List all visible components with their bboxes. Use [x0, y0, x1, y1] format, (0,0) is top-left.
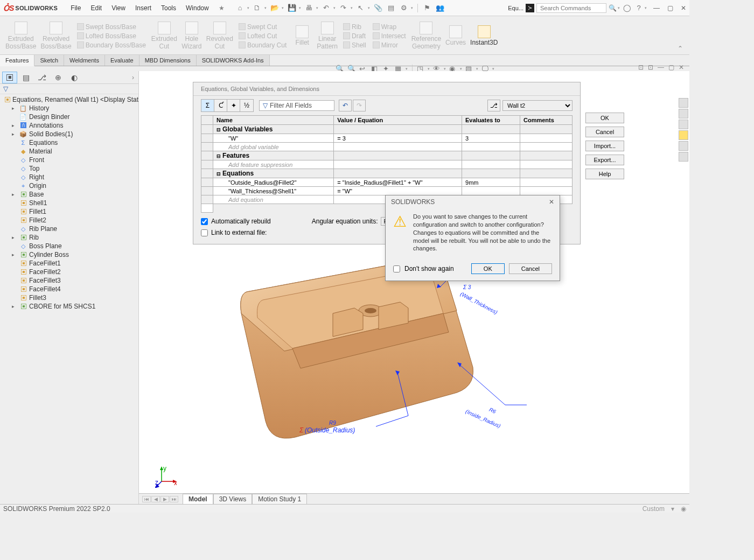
modal-cancel-button[interactable]: Cancel [509, 263, 552, 274]
menu-insert[interactable]: Insert [131, 2, 156, 14]
curves-button[interactable]: Curves [445, 25, 466, 46]
tree-item[interactable]: 🞕Fillet2 [0, 216, 138, 225]
tree-item[interactable]: ⌖Origin [0, 181, 138, 190]
tree-item[interactable]: ◇Right [0, 173, 138, 181]
modal-ok-button[interactable]: OK [471, 263, 505, 274]
fillet-button[interactable]: Fillet [296, 25, 309, 46]
open-icon[interactable]: 📂 [270, 3, 280, 13]
tabs-first-icon[interactable]: ⏮ [142, 496, 151, 502]
tree-item[interactable]: 🞕Shell1 [0, 199, 138, 207]
tree-item[interactable]: 🞕Fillet1 [0, 207, 138, 216]
feat-add-hint[interactable]: Add feature suppression [213, 160, 334, 169]
tree-item[interactable]: ▸🞕Base [0, 190, 138, 199]
rail-custom-icon[interactable] [679, 152, 688, 162]
tree-filter[interactable]: ▽ [0, 84, 138, 94]
draft-button[interactable]: Draft [342, 32, 367, 40]
home-icon[interactable]: ⌂ [235, 3, 245, 13]
tabs-prev-icon[interactable]: ◀ [151, 496, 160, 502]
extruded-boss-button[interactable]: ExtrudedBoss/Base [5, 22, 36, 50]
gv-add-hint[interactable]: Add global variable [213, 143, 334, 151]
select-icon[interactable]: ↖ [356, 3, 366, 13]
gv-val-cell[interactable]: = 3 [334, 134, 462, 143]
minimize-button[interactable]: — [653, 4, 660, 12]
eq-view-3-icon[interactable]: ✦ [227, 100, 240, 111]
rail-home-icon[interactable] [679, 98, 688, 108]
linear-pattern-button[interactable]: LinearPattern [317, 22, 338, 50]
extruded-cut-button[interactable]: ExtrudedCut [151, 22, 177, 50]
eq-row-2-val[interactable]: = "W" [334, 187, 462, 195]
eq-view-2-icon[interactable]: Ƈ [214, 100, 227, 111]
tab-evaluate[interactable]: Evaluate [105, 55, 139, 66]
eq-row-2-name[interactable]: "Wall_Thickness@Shell1" [213, 187, 334, 195]
tree-item[interactable]: ◇Boss Plane [0, 242, 138, 250]
tab-features[interactable]: Features [0, 55, 34, 66]
revolved-cut-button[interactable]: RevolvedCut [206, 22, 233, 50]
tab-sketch[interactable]: Sketch [34, 55, 64, 66]
tab-motion[interactable]: Motion Study 1 [252, 494, 307, 505]
revolved-boss-button[interactable]: RevolvedBoss/Base [40, 22, 71, 50]
rail-props-icon[interactable] [679, 120, 688, 129]
config-select[interactable]: Wall t2 [502, 100, 573, 111]
favorite-icon[interactable]: ★ [219, 4, 225, 12]
status-caret-icon[interactable]: ▾ [671, 505, 674, 513]
new-icon[interactable]: 🗋 [253, 3, 262, 13]
status-custom[interactable]: Custom [643, 505, 665, 513]
tree-item[interactable]: ▸📦Solid Bodies(1) [0, 130, 138, 138]
maximize-button[interactable]: ▢ [667, 4, 673, 12]
dim-tab[interactable]: ⊕ [51, 72, 66, 83]
equations-filter-input[interactable]: ▽Filter All Fields [259, 100, 334, 111]
tree-item[interactable]: 🞕FaceFillet4 [0, 285, 138, 293]
config-icon[interactable]: ⎇ [487, 100, 500, 111]
eq-add-hint[interactable]: Add equation [213, 195, 334, 204]
col-value[interactable]: Value / Equation [334, 116, 462, 125]
eq-undo-icon[interactable]: ↶ [339, 100, 352, 111]
user-icon[interactable]: ◯ [622, 3, 632, 13]
feature-tree-tab[interactable]: 🞕 [2, 72, 17, 83]
reference-geometry-button[interactable]: ReferenceGeometry [411, 22, 441, 50]
tab-3dviews[interactable]: 3D Views [213, 494, 252, 505]
eq-help-button[interactable]: Help [585, 169, 624, 179]
hole-wizard-button[interactable]: HoleWizard [181, 22, 201, 50]
eq-cancel-button[interactable]: Cancel [585, 127, 624, 137]
doc-restore-icon[interactable]: ▢ [668, 64, 674, 71]
section-features[interactable]: ⊟ Features [213, 151, 334, 160]
tree-item[interactable]: ◆Material [0, 147, 138, 156]
close-button[interactable]: ✕ [681, 4, 686, 12]
tree-item[interactable]: ▸🅰Annotations [0, 121, 138, 130]
print-icon[interactable]: 🖶 [304, 3, 314, 13]
viewport[interactable]: Σ 3 (Wall_Thickness) R9 Σ (Outside_Radiu… [139, 71, 689, 504]
tree-item[interactable]: ▸🞕Rib [0, 233, 138, 242]
col-name[interactable]: Name [213, 116, 334, 125]
tree-item[interactable]: 📄Design Binder [0, 113, 138, 121]
collapse-ribbon-icon[interactable]: ⌃ [674, 43, 686, 54]
swept-boss-button[interactable]: Swept Boss/Base [76, 23, 147, 31]
tree-item[interactable]: ◇Rib Plane [0, 225, 138, 233]
panel-expand-icon[interactable]: › [130, 74, 136, 81]
boundary-boss-button[interactable]: Boundary Boss/Base [76, 41, 147, 50]
doc-next-icon[interactable]: ⊡ [648, 64, 653, 71]
search-commands-input[interactable] [536, 3, 606, 13]
display-tab[interactable]: ◐ [67, 72, 82, 83]
tabs-next-icon[interactable]: ▶ [160, 496, 169, 502]
menu-edit[interactable]: Edit [86, 2, 106, 14]
tree-item[interactable]: ◇Top [0, 164, 138, 173]
eq-row-1-val[interactable]: = "Inside_Radius@Fillet1" + "W" [334, 178, 462, 187]
pin-icon[interactable]: 📎 [373, 3, 383, 13]
equations-shortcut[interactable]: Equ... [508, 5, 523, 11]
instant3d-button[interactable]: Instant3D [470, 25, 498, 46]
tree-item[interactable]: 🞕FaceFillet1 [0, 259, 138, 268]
command-prompt-icon[interactable]: ≻ [526, 4, 534, 12]
section-global-vars[interactable]: ⊟ Global Variables [213, 125, 334, 134]
menu-window[interactable]: Window [181, 2, 213, 14]
property-tab[interactable]: ▤ [18, 72, 33, 83]
rail-design-icon[interactable] [679, 109, 688, 118]
lofted-boss-button[interactable]: Lofted Boss/Base [76, 32, 147, 40]
list-icon[interactable]: ▤ [386, 3, 396, 13]
tab-model[interactable]: Model [183, 494, 213, 505]
rail-toolbox-icon[interactable] [679, 130, 688, 140]
tree-item[interactable]: ΣEquations [0, 138, 138, 147]
doc-minimize-icon[interactable]: — [658, 64, 664, 71]
lofted-cut-button[interactable]: Lofted Cut [238, 32, 288, 40]
intersect-button[interactable]: Intersect [372, 32, 407, 40]
doc-prev-icon[interactable]: ⊡ [638, 64, 644, 71]
